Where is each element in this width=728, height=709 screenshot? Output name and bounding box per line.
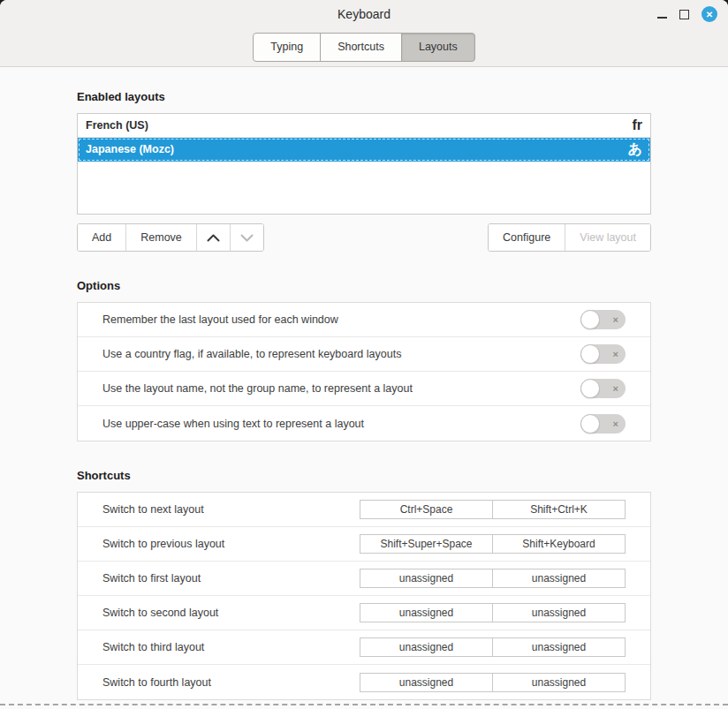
shortcut-row-previous-layout: Switch to previous layout Shift+Super+Sp… [78, 527, 650, 562]
layouts-toolbar: Add Remove Configure View layout [77, 223, 651, 252]
shortcut-row-fourth-layout: Switch to fourth layout unassigned unass… [78, 665, 650, 699]
titlebar: Keyboard ✕ [0, 0, 728, 28]
shortcut-label: Switch to previous layout [102, 538, 224, 550]
keybinding-button-2[interactable]: unassigned [492, 603, 626, 622]
maximize-icon[interactable] [679, 10, 689, 19]
keybinding-button-1[interactable]: Shift+Super+Space [360, 534, 493, 554]
shortcut-label: Switch to third layout [102, 641, 204, 653]
keybinding-group: unassigned unassigned [360, 673, 626, 692]
keybinding-group: Shift+Super+Space Shift+Keyboard [360, 534, 626, 554]
keybinding-button-1[interactable]: Ctrl+Space [360, 500, 493, 519]
tab-shortcuts[interactable]: Shortcuts [320, 33, 402, 62]
chevron-down-icon [240, 234, 254, 242]
shortcuts-heading: Shortcuts [77, 469, 651, 482]
keybinding-button-2[interactable]: unassigned [492, 637, 626, 657]
keybinding-group: unassigned unassigned [360, 637, 626, 657]
toggle-knob [580, 379, 600, 398]
minimize-icon[interactable] [657, 8, 667, 20]
keybinding-button-1[interactable]: unassigned [360, 673, 493, 692]
keybinding-button-2[interactable]: Shift+Ctrl+K [492, 500, 626, 519]
keybinding-button-1[interactable]: unassigned [360, 637, 493, 657]
keybinding-group: unassigned unassigned [360, 603, 626, 622]
shortcut-label: Switch to second layout [102, 607, 218, 619]
toggle-off-icon: × [613, 315, 618, 325]
shortcut-label: Switch to fourth layout [102, 676, 211, 689]
shortcuts-box: Switch to next layout Ctrl+Space Shift+C… [77, 492, 651, 700]
add-button[interactable]: Add [78, 224, 126, 251]
keybinding-group: Ctrl+Space Shift+Ctrl+K [360, 500, 626, 519]
toggle-knob [580, 310, 600, 329]
configure-button[interactable]: Configure [489, 224, 565, 251]
window-controls: ✕ [657, 0, 717, 28]
remove-button[interactable]: Remove [126, 224, 197, 251]
keybinding-button-1[interactable]: unassigned [360, 569, 493, 588]
keybinding-button-1[interactable]: unassigned [360, 603, 493, 622]
layout-indicator-glyph: fr [632, 118, 642, 132]
tab-typing[interactable]: Typing [253, 33, 321, 62]
toggle-knob [580, 414, 600, 434]
shortcut-label: Switch to first layout [102, 572, 201, 585]
option-row-country-flag: Use a country flag, if available, to rep… [78, 337, 650, 372]
shortcut-row-third-layout: Switch to third layout unassigned unassi… [78, 630, 650, 665]
shortcut-row-first-layout: Switch to first layout unassigned unassi… [78, 562, 650, 596]
move-down-button[interactable] [231, 224, 263, 251]
toggle-knob [580, 344, 600, 364]
move-up-button[interactable] [197, 224, 231, 251]
tab-layouts[interactable]: Layouts [401, 33, 475, 62]
layouts-page: Enabled layouts French (US) fr Japanese … [0, 90, 728, 700]
options-box: Remember the last layout used for each w… [77, 302, 651, 441]
toggle-off-icon: × [613, 419, 618, 428]
toggle-off-icon: × [613, 350, 618, 359]
window-resize-edge[interactable] [0, 704, 728, 705]
option-row-upper-case: Use upper-case when using text to repres… [78, 406, 650, 441]
layout-indicator-glyph: あ [628, 142, 642, 156]
layout-name: French (US) [86, 119, 148, 132]
shortcut-row-second-layout: Switch to second layout unassigned unass… [78, 596, 650, 630]
tab-bar: Typing Shortcuts Layouts [0, 33, 728, 62]
toggle-country-flag[interactable]: × [580, 344, 626, 364]
window-title: Keyboard [337, 7, 391, 21]
list-item-japanese-mozc[interactable]: Japanese (Mozc) あ [78, 138, 650, 162]
option-label: Use the layout name, not the group name,… [102, 382, 413, 395]
keybinding-button-2[interactable]: unassigned [492, 569, 626, 588]
option-label: Use upper-case when using text to repres… [102, 418, 364, 430]
keybinding-button-2[interactable]: Shift+Keyboard [492, 534, 626, 554]
option-row-remember-layout: Remember the last layout used for each w… [78, 303, 650, 337]
chevron-up-icon [207, 234, 220, 242]
window-header: Keyboard ✕ Typing Shortcuts Layouts [0, 0, 728, 67]
shortcut-row-next-layout: Switch to next layout Ctrl+Space Shift+C… [78, 493, 650, 527]
options-heading: Options [77, 279, 651, 292]
close-icon[interactable]: ✕ [701, 6, 717, 22]
toggle-upper-case[interactable]: × [580, 414, 626, 434]
edit-button-group: Add Remove [77, 223, 264, 252]
list-item-french-us[interactable]: French (US) fr [78, 114, 650, 138]
shortcut-label: Switch to next layout [102, 503, 204, 516]
layout-action-group: Configure View layout [488, 223, 651, 252]
keybinding-group: unassigned unassigned [360, 569, 626, 588]
toggle-off-icon: × [613, 384, 618, 394]
enabled-layouts-heading: Enabled layouts [77, 90, 651, 103]
toggle-remember-layout[interactable]: × [580, 310, 626, 329]
keybinding-button-2[interactable]: unassigned [492, 673, 626, 692]
layout-name: Japanese (Mozc) [86, 143, 174, 155]
option-label: Use a country flag, if available, to rep… [102, 348, 401, 360]
enabled-layouts-list: French (US) fr Japanese (Mozc) あ [77, 113, 651, 215]
option-row-layout-name: Use the layout name, not the group name,… [78, 372, 650, 406]
toggle-layout-name[interactable]: × [580, 379, 626, 398]
keyboard-settings-window: Keyboard ✕ Typing Shortcuts Layouts Enab… [0, 0, 728, 709]
view-layout-button[interactable]: View layout [565, 224, 650, 251]
option-label: Remember the last layout used for each w… [102, 313, 338, 326]
